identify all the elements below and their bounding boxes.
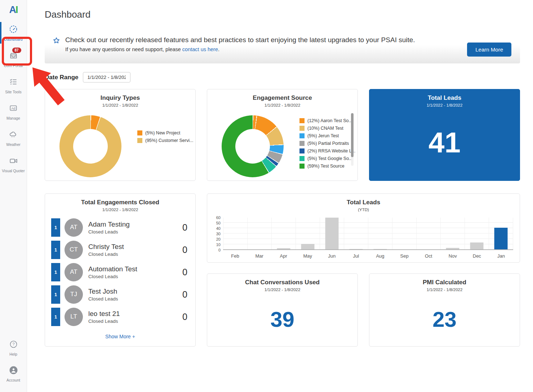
bar-chart: 6050403020100: [207, 218, 520, 250]
inquiry-types-legend: (5%) New Project(95%) Customer Servi...: [137, 130, 193, 177]
legend-item: (59%) Test Source: [299, 164, 355, 169]
bar-cell: [441, 218, 465, 249]
cards-row-1: Inquiry Types 1/1/2022 - 1/8/2022 (5%) N…: [45, 89, 520, 181]
rank-badge: 1: [51, 241, 60, 259]
x-tick-label: Feb: [223, 253, 247, 259]
x-tick-label: Aug: [368, 253, 392, 259]
engagement-text: leo test 21Closed Leads: [88, 310, 182, 324]
y-tick-label: 20: [216, 237, 221, 241]
plot-area: [223, 218, 513, 250]
bar-cell: [489, 218, 513, 249]
x-tick-label: Oct: [417, 253, 441, 259]
legend-swatch: [299, 133, 305, 138]
feature-banner: Check out our recently released features…: [45, 30, 520, 63]
rank-badge: 1: [51, 218, 60, 237]
y-tick-label: 0: [218, 248, 221, 252]
legend-scrollbar[interactable]: [351, 113, 354, 166]
legend-item: (12%) Aaron Test So...: [299, 118, 355, 123]
legend-swatch: [299, 164, 305, 169]
learn-more-button[interactable]: Learn More: [467, 43, 511, 57]
x-tick-label: Jul: [344, 253, 368, 259]
legend-label: (5%) New Project: [145, 130, 180, 135]
rank-badge: 1: [51, 285, 60, 304]
avatar: LT: [65, 308, 83, 326]
main-content: Dashboard Check out our recently release…: [27, 0, 533, 392]
legend-label: (5%) Jerun Test: [307, 133, 339, 138]
legend-item: (5%) New Project: [137, 130, 193, 135]
y-tick-label: 60: [216, 215, 221, 220]
legend-item: (95%) Customer Servi...: [137, 138, 193, 143]
engagement-name: Automation Test: [88, 265, 182, 273]
inquiry-types-card: Inquiry Types 1/1/2022 - 1/8/2022 (5%) N…: [45, 89, 196, 181]
card-title: Total Engagements Closed: [45, 194, 195, 206]
legend-item: (5%) Partial Portraits: [299, 141, 355, 146]
chat-conversations-card: Chat Conversations Used 1/1/2022 - 1/8/2…: [207, 273, 358, 347]
x-tick-label: Mar: [247, 253, 271, 259]
bar-cell: [344, 218, 368, 249]
card-subtitle: 1/1/2022 - 1/8/2022: [207, 103, 357, 107]
account-person-icon: [9, 366, 18, 376]
engagements-closed-card: Total Engagements Closed 1/1/2022 - 1/8/…: [45, 193, 196, 347]
weather-cloud-icon: [9, 130, 18, 141]
banner-support-text: If you have any questions or need suppor…: [65, 46, 449, 52]
bar-jun: [325, 218, 339, 249]
support-suffix: .: [218, 46, 219, 52]
sidebar-item-dashboard[interactable]: Dashboard: [0, 22, 27, 44]
checklist-icon: [9, 77, 18, 88]
sidebar-item-weather[interactable]: Weather: [0, 127, 27, 149]
contact-us-link[interactable]: contact us here: [182, 46, 218, 52]
sidebar-item-manage[interactable]: Ad Manage: [0, 101, 27, 122]
chat-conversations-value: 39: [207, 307, 357, 332]
legend-label: (10%) CNAM Test: [307, 126, 343, 131]
card-title: PMI Calculated: [369, 274, 520, 286]
sidebar-item-label: Manage: [6, 116, 20, 120]
engagement-sublabel: Closed Leads: [88, 296, 182, 302]
legend-item: (2%) RRSA Website L...: [299, 148, 355, 153]
bar-cell: [368, 218, 392, 249]
banner-text: Check out our recently released features…: [60, 35, 467, 58]
engagement-value: 0: [182, 312, 187, 322]
sidebar-item-label: Com Portal: [4, 63, 23, 68]
sidebar-item-visual-quoter[interactable]: Visual Quoter: [0, 153, 27, 175]
legend-label: (5%) Test Google So...: [307, 156, 353, 161]
bar-nov: [446, 248, 459, 249]
legend-swatch: [299, 126, 305, 131]
legend-label: (5%) Partial Portraits: [307, 141, 349, 146]
inquiry-types-donut: [59, 115, 121, 177]
engagement-source-card: Engagement Source 1/1/2022 - 1/8/2022 (1…: [207, 89, 358, 181]
bar-jul: [350, 249, 363, 249]
y-tick-label: 10: [216, 242, 221, 247]
card-subtitle: 1/1/2022 - 1/8/2022: [369, 288, 520, 292]
engagement-value: 0: [182, 267, 187, 277]
show-more-link[interactable]: Show More +: [45, 334, 195, 339]
x-tick-label: Dec: [465, 253, 489, 259]
card-title: Total Leads: [207, 194, 520, 206]
legend-scrollbar-thumb[interactable]: [351, 113, 354, 157]
sidebar-item-account[interactable]: Account: [0, 363, 27, 384]
engagement-sublabel: Closed Leads: [88, 229, 182, 235]
legend-label: (12%) Aaron Test So...: [307, 118, 352, 123]
sidebar-item-site-tools[interactable]: Site Tools: [0, 75, 27, 96]
engagement-sublabel: Closed Leads: [88, 274, 182, 279]
card-subtitle: 1/1/2022 - 1/8/2022: [369, 103, 520, 107]
sidebar-item-com-portal[interactable]: 87 Com Portal: [0, 48, 27, 70]
legend-label: (2%) RRSA Website L...: [307, 148, 355, 153]
x-tick-label: Jun: [320, 253, 344, 259]
legend-label: (95%) Customer Servi...: [145, 138, 193, 143]
engagement-value: 0: [182, 245, 187, 255]
sidebar-item-label: Visual Quoter: [2, 169, 25, 173]
bar-cell: [417, 218, 441, 249]
date-range-input[interactable]: [83, 72, 130, 83]
bar-cell: [296, 218, 320, 249]
pie-body: (12%) Aaron Test So...(10%) CNAM Test(5%…: [207, 115, 357, 177]
legend-item: (5%) Test Google So...: [299, 156, 355, 161]
legend-item: (5%) Jerun Test: [299, 133, 355, 138]
legend-swatch: [299, 141, 305, 146]
sidebar-nav: Dashboard 87 Com Portal Site: [0, 22, 27, 180]
sidebar-item-help[interactable]: ? Help: [0, 337, 27, 358]
card-subtitle: (YTD): [207, 208, 520, 212]
sidebar-item-label: Account: [6, 378, 20, 382]
engagement-text: Adam TestingClosed Leads: [88, 220, 182, 235]
engagement-name: Christy Test: [88, 243, 182, 251]
app-logo[interactable]: AI: [9, 4, 17, 15]
